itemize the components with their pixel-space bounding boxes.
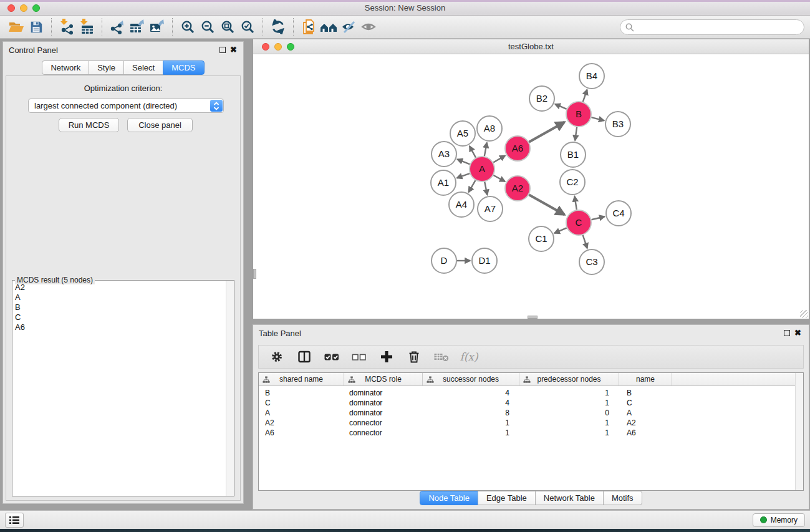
edge-B-B1[interactable] [575, 127, 577, 140]
search-input[interactable] [620, 19, 804, 35]
result-item[interactable]: A [15, 293, 234, 302]
node-A8[interactable]: A8 [477, 116, 502, 141]
clone-network-icon[interactable] [299, 17, 319, 36]
tab-edge-table[interactable]: Edge Table [478, 491, 536, 505]
result-scrollbar[interactable] [226, 281, 234, 496]
node-B4[interactable]: B4 [579, 64, 604, 89]
node-D[interactable]: D [432, 248, 456, 273]
column-header-predecessor-nodes[interactable]: predecessor nodes [519, 373, 619, 385]
node-A7[interactable]: A7 [478, 196, 503, 221]
node-A[interactable]: A [470, 157, 494, 181]
import-table-icon[interactable] [77, 17, 97, 36]
edge-A6-B[interactable] [529, 122, 564, 142]
edge-B-B4[interactable] [583, 90, 587, 102]
show-panels-list-icon[interactable] [5, 513, 24, 528]
zoom-fit-icon[interactable] [218, 17, 238, 36]
node-B[interactable]: B [566, 102, 591, 127]
hide-graphics-details-icon[interactable] [339, 17, 359, 36]
tab-style[interactable]: Style [89, 60, 124, 75]
tab-network[interactable]: Network [42, 60, 89, 75]
delete-columns-icon[interactable] [405, 347, 423, 366]
tab-network-table[interactable]: Network Table [535, 491, 604, 505]
table-row[interactable]: A6connector11A6 [259, 428, 803, 438]
edge-A-A4[interactable] [469, 180, 476, 192]
edge-A-A6[interactable] [493, 156, 505, 163]
tab-motifs[interactable]: Motifs [603, 491, 642, 505]
column-header-shared-name[interactable]: shared name [259, 373, 344, 385]
edge-C-C3[interactable] [583, 235, 587, 248]
horizontal-scroll-mark[interactable] [528, 316, 538, 319]
node-A1[interactable]: A1 [431, 170, 456, 195]
unselect-all-columns-icon[interactable] [350, 347, 369, 366]
node-C4[interactable]: C4 [606, 201, 631, 226]
close-panel-icon[interactable]: ✖ [230, 45, 237, 54]
tab-mcds[interactable]: MCDS [163, 60, 204, 75]
float-table-panel-icon[interactable] [784, 330, 790, 336]
node-C3[interactable]: C3 [579, 249, 604, 274]
tab-node-table[interactable]: Node Table [420, 491, 478, 505]
result-item[interactable]: A6 [15, 322, 234, 332]
zoom-selected-icon[interactable] [238, 17, 258, 36]
edge-A-A2[interactable] [493, 175, 504, 181]
edge-C-C1[interactable] [554, 228, 567, 233]
edge-B-B3[interactable] [591, 117, 604, 120]
table-settings-gear-icon[interactable] [268, 347, 286, 366]
edge-C-C2[interactable] [574, 196, 576, 210]
column-header-name[interactable]: name [619, 373, 672, 385]
optimization-criterion-select[interactable]: largest connected component (directed) [28, 99, 224, 113]
memory-button[interactable]: Memory [753, 513, 805, 527]
save-session-icon[interactable] [26, 17, 46, 36]
edge-A-A7[interactable] [485, 182, 487, 195]
edge-A-A1[interactable] [457, 173, 470, 178]
edge-A-A3[interactable] [457, 159, 470, 164]
node-A6[interactable]: A6 [505, 136, 530, 161]
column-header-successor-nodes[interactable]: successor nodes [423, 373, 519, 385]
table-scrollbar[interactable] [795, 373, 803, 490]
table-row[interactable]: A2connector11A2 [259, 418, 803, 428]
result-item[interactable]: C [15, 312, 234, 322]
export-image-icon[interactable] [147, 17, 167, 36]
node-A5[interactable]: A5 [450, 121, 475, 146]
edge-A2-C[interactable] [529, 195, 564, 215]
table-row[interactable]: Bdominator41B [259, 388, 803, 398]
edge-A-A8[interactable] [485, 143, 487, 157]
run-mcds-button[interactable]: Run MCDS [59, 118, 119, 132]
node-A4[interactable]: A4 [449, 192, 474, 217]
export-table-icon[interactable] [127, 17, 147, 36]
import-network-icon[interactable] [57, 17, 77, 36]
add-column-icon[interactable] [377, 347, 396, 366]
zoom-in-icon[interactable] [178, 17, 198, 36]
float-panel-icon[interactable] [219, 47, 226, 53]
function-builder-icon[interactable]: f(x) [460, 347, 478, 366]
node-A2[interactable]: A2 [505, 176, 530, 201]
delete-table-icon[interactable] [432, 347, 451, 366]
resize-grip[interactable] [800, 310, 808, 318]
node-B2[interactable]: B2 [529, 86, 554, 111]
edge-C-C4[interactable] [591, 216, 604, 220]
apply-layout-icon[interactable] [319, 17, 339, 36]
node-A3[interactable]: A3 [432, 142, 456, 167]
node-C[interactable]: C [566, 210, 591, 235]
node-B3[interactable]: B3 [605, 112, 630, 137]
node-C2[interactable]: C2 [560, 170, 585, 195]
show-graphics-details-icon[interactable] [359, 17, 378, 36]
table-row[interactable]: Adominator80A [259, 408, 803, 418]
node-B1[interactable]: B1 [561, 142, 586, 167]
column-header-MCDS-role[interactable]: MCDS role [344, 373, 423, 385]
network-canvas[interactable]: AA1A3A4A5A7A8A6A2BB1B2B3B4CC1C2C3C4DD1 [253, 54, 809, 319]
node-D1[interactable]: D1 [472, 248, 497, 273]
open-session-icon[interactable] [6, 17, 26, 36]
close-panel-button[interactable]: Close panel [127, 118, 193, 132]
table-row[interactable]: Cdominator41C [259, 398, 803, 408]
result-item[interactable]: B [15, 302, 234, 312]
edge-A-A5[interactable] [470, 146, 476, 157]
export-network-icon[interactable] [107, 17, 127, 36]
node-C1[interactable]: C1 [529, 226, 554, 251]
vertical-scroll-mark[interactable] [253, 269, 256, 279]
select-all-columns-icon[interactable] [322, 347, 341, 366]
close-table-panel-icon[interactable]: ✖ [794, 328, 801, 337]
tab-select[interactable]: Select [123, 60, 163, 75]
split-view-icon[interactable] [295, 347, 314, 366]
refresh-icon[interactable] [268, 17, 288, 36]
zoom-out-icon[interactable] [198, 17, 218, 36]
